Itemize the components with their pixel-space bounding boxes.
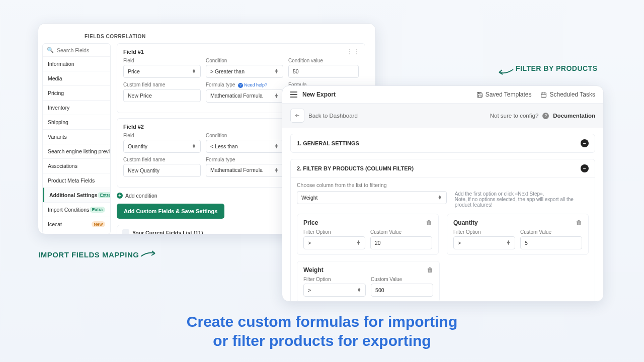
label-custom-field-name: Custom field name [123, 157, 201, 162]
menu-icon[interactable] [290, 94, 297, 95]
caret-icon: ▲▼ [274, 144, 279, 148]
filter-products-accordion: 2. FILTER BY PRODUCTS (COLUMN FILTER) − … [290, 159, 595, 302]
need-help-link[interactable]: ?Need help? [238, 82, 267, 87]
arrow-filter-icon [497, 67, 514, 77]
callout-filter-by-products: FILTER BY PRODUCTS [516, 64, 598, 72]
field-1-condition-select[interactable]: > Greater than ▲▼ [206, 65, 283, 78]
column-select[interactable]: Weight ▲▼ [297, 191, 447, 204]
documentation-link[interactable]: Documentation [553, 113, 595, 119]
tagline-line-1: Create custom formulas for importing [187, 313, 457, 330]
quantity-filter-value-input[interactable]: 5 [520, 236, 582, 249]
caret-icon: ▲▼ [192, 69, 196, 73]
save-settings-button[interactable]: Add Custom Fields & Save Settings [117, 204, 224, 219]
filter-price-title: Price [303, 219, 318, 226]
label-custom-field-name: Custom field name [123, 82, 201, 87]
save-icon [476, 92, 483, 98]
help-icon: ? [542, 113, 549, 119]
list-icon [122, 229, 129, 234]
back-button[interactable] [290, 109, 304, 123]
delete-price-filter-icon[interactable]: 🗑 [426, 219, 432, 226]
label-custom-value: Custom Value [371, 277, 433, 282]
sidebar-item-additional-settings[interactable]: Additional Settings Extra [43, 188, 110, 202]
sidebar-item-media[interactable]: Media [43, 71, 110, 85]
badge-new: New [92, 221, 105, 227]
field-1-condition-value-input[interactable]: 50 [288, 65, 359, 78]
scheduled-tasks-link[interactable]: Scheduled Tasks [540, 91, 595, 98]
sidebar-item-shipping[interactable]: Shipping [43, 115, 110, 129]
sidebar-item-pricing[interactable]: Pricing [43, 85, 110, 100]
filter-card-quantity: Quantity 🗑 Filter Option > ▲▼ Custom [447, 214, 589, 255]
filter-card-price: Price 🗑 Filter Option > ▲▼ Custom Va [297, 214, 439, 255]
sidebar-item-inventory[interactable]: Inventory [43, 100, 110, 115]
badge-extra: Extra [98, 192, 111, 198]
back-to-dashboard-link[interactable]: Back to Dashboard [308, 113, 358, 119]
weight-filter-op-select[interactable]: > ▲▼ [303, 284, 366, 297]
label-field: Field [123, 133, 201, 138]
field-1-formula-type-select[interactable]: Mathematical Formula ▲▼ [206, 89, 283, 103]
saved-templates-link[interactable]: Saved Templates [476, 91, 532, 98]
search-fields-wrap[interactable]: 🔍 [43, 44, 110, 56]
caret-icon: ▲▼ [356, 241, 361, 244]
price-filter-value-input[interactable]: 20 [370, 236, 432, 249]
badge-extra: Extra [90, 207, 105, 213]
caret-icon: ▲▼ [274, 168, 279, 172]
weight-filter-value-input[interactable]: 500 [371, 284, 433, 297]
sidebar-item-meta-fields[interactable]: Product Meta Fields [43, 173, 110, 188]
label-condition-value: Condition value [288, 58, 359, 63]
expand-icon: − [581, 164, 589, 172]
caret-icon: ▲▼ [357, 288, 361, 292]
fields-sidebar: 🔍 Information Media Pricing Inventory Sh… [42, 43, 111, 234]
field-2-custom-name-input[interactable]: New Quantity [123, 164, 201, 177]
search-fields-input[interactable] [57, 47, 111, 53]
caret-icon: ▲▼ [506, 241, 511, 244]
svg-rect-0 [541, 93, 546, 97]
filter-products-head[interactable]: 2. FILTER BY PRODUCTS (COLUMN FILTER) − [291, 159, 595, 177]
label-filter-option: Filter Option [453, 229, 515, 235]
label-custom-value: Custom Value [370, 229, 432, 235]
sidebar-item-information[interactable]: Information [43, 56, 110, 71]
export-topbar: New Export Saved Templates Scheduled Tas… [282, 86, 603, 104]
field-2-field-select[interactable]: Quantity ▲▼ [123, 140, 201, 153]
label-formula-type: Formula type [206, 157, 283, 162]
field-1-custom-name-input[interactable]: New Price [123, 89, 201, 102]
label-filter-option: Filter Option [303, 277, 366, 282]
filter-quantity-title: Quantity [453, 219, 478, 226]
label-custom-value: Custom Value [520, 229, 582, 235]
quantity-filter-op-select[interactable]: > ▲▼ [453, 236, 515, 249]
tagline-line-2: or filter products for exporting [213, 332, 431, 349]
caret-icon: ▲▼ [274, 69, 279, 73]
filter-card-weight: Weight 🗑 Filter Option > ▲▼ Custom V [297, 261, 440, 302]
sidebar-item-variants[interactable]: Variants [43, 129, 110, 144]
caret-icon: ▲▼ [274, 94, 279, 98]
sidebar-item-associations[interactable]: Associations [43, 158, 110, 173]
general-settings-accordion[interactable]: 1. GENERAL SETTINGS − [290, 134, 595, 153]
sidebar-item-seo-preview[interactable]: Search engine listing preview [43, 144, 110, 158]
field-2-formula-type-select[interactable]: Mathematical Formula ▲▼ [206, 164, 283, 177]
caret-icon: ▲▼ [192, 144, 196, 148]
field-2-condition-select[interactable]: < Less than ▲▼ [206, 140, 283, 153]
caret-icon: ▲▼ [438, 196, 442, 199]
fields-correlation-title: FIELDS CORRELATION [38, 31, 375, 43]
calendar-icon [540, 92, 547, 98]
delete-quantity-filter-icon[interactable]: 🗑 [576, 219, 582, 226]
drag-handle-icon[interactable]: ⋮⋮ [347, 48, 361, 55]
label-condition: Condition [206, 58, 283, 63]
filter-notes: Add the first option or click «Next Step… [455, 191, 589, 208]
search-icon: 🔍 [47, 47, 54, 53]
field-1-title: Field #1 [123, 49, 359, 55]
choose-column-hint: Choose column from the list to filtering [297, 182, 589, 188]
main-tagline: Create custom formulas for importing or … [0, 312, 644, 350]
arrow-import-icon [140, 248, 157, 258]
collapse-icon: − [581, 139, 589, 147]
general-settings-title: 1. GENERAL SETTINGS [297, 140, 359, 146]
delete-weight-filter-icon[interactable]: 🗑 [427, 266, 433, 274]
filter-products-title: 2. FILTER BY PRODUCTS (COLUMN FILTER) [297, 165, 414, 171]
label-field: Field [123, 58, 201, 63]
unsure-text: Not sure to config? [490, 113, 539, 119]
field-1-field-select[interactable]: Price ▲▼ [123, 65, 201, 78]
filter-weight-title: Weight [303, 266, 324, 274]
price-filter-op-select[interactable]: > ▲▼ [303, 236, 365, 249]
sidebar-item-icecat[interactable]: Icecat New [43, 217, 110, 231]
export-title: New Export [302, 91, 336, 98]
sidebar-item-import-conditions[interactable]: Import Conditions Extra [43, 202, 110, 217]
